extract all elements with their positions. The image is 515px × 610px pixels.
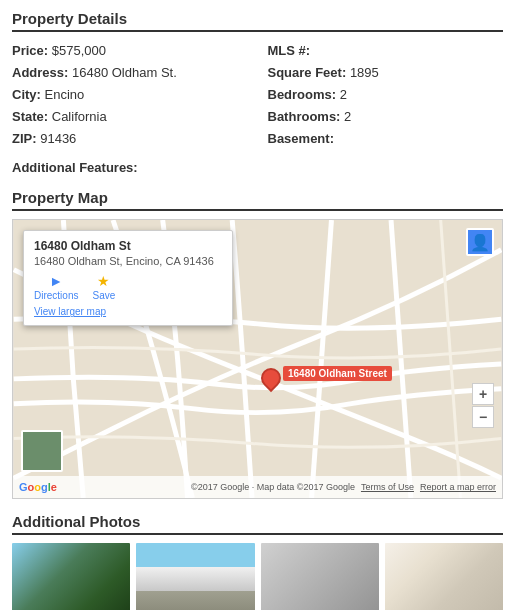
- bathrooms-label: Bathrooms:: [268, 109, 341, 124]
- map-pin: 16480 Oldham Street: [261, 368, 281, 388]
- sqft-value: 1895: [350, 65, 379, 80]
- state-label: State:: [12, 109, 48, 124]
- map-copyright: ©2017 Google · Map data ©2017 Google: [191, 482, 355, 492]
- directions-label: Directions: [34, 290, 78, 301]
- photo-thumbnail-2[interactable]: [136, 543, 254, 610]
- popup-actions: ► Directions ★ Save: [34, 273, 222, 301]
- popup-address: 16480 Oldham St, Encino, CA 91436: [34, 255, 222, 267]
- page-title: Property Details: [12, 10, 503, 32]
- photo-thumbnail-3[interactable]: [261, 543, 379, 610]
- map-footer-links: ©2017 Google · Map data ©2017 Google Ter…: [191, 482, 496, 492]
- photo-thumbnail-4[interactable]: [385, 543, 503, 610]
- sqft-label: Square Feet:: [268, 65, 347, 80]
- streetview-person-icon[interactable]: 👤: [466, 228, 494, 256]
- directions-link[interactable]: ► Directions: [34, 273, 78, 301]
- address-row: Address: 16480 Oldham St.: [12, 62, 248, 84]
- city-label: City:: [12, 87, 41, 102]
- save-icon: ★: [97, 273, 110, 289]
- map-container[interactable]: 16480 Oldham St 16480 Oldham St, Encino,…: [12, 219, 503, 499]
- additional-features-label: Additional Features:: [12, 160, 138, 175]
- sqft-row: Square Feet: 1895: [268, 62, 504, 84]
- city-value: Encino: [45, 87, 85, 102]
- bathrooms-value: 2: [344, 109, 351, 124]
- pin-dot: [257, 364, 285, 392]
- photos-section-title: Additional Photos: [12, 513, 503, 535]
- price-value: $575,000: [52, 43, 106, 58]
- save-link[interactable]: ★ Save: [92, 273, 115, 301]
- mls-label: MLS #:: [268, 43, 311, 58]
- map-section-title: Property Map: [12, 189, 503, 211]
- bedrooms-label: Bedrooms:: [268, 87, 337, 102]
- streetview-thumbnail[interactable]: [21, 430, 63, 472]
- photos-grid: [12, 543, 503, 610]
- bedrooms-value: 2: [340, 87, 347, 102]
- bathrooms-row: Bathrooms: 2: [268, 106, 504, 128]
- map-zoom-controls: + −: [472, 383, 494, 428]
- google-logo: Google: [19, 481, 57, 493]
- mls-row: MLS #:: [268, 40, 504, 62]
- zoom-in-button[interactable]: +: [472, 383, 494, 405]
- address-value: 16480 Oldham St.: [72, 65, 177, 80]
- map-info-window: 16480 Oldham St 16480 Oldham St, Encino,…: [23, 230, 233, 326]
- pin-label: 16480 Oldham Street: [283, 366, 392, 381]
- basement-label: Basement:: [268, 131, 334, 146]
- property-map-section: Property Map: [12, 189, 503, 499]
- view-larger-map-link[interactable]: View larger map: [34, 306, 106, 317]
- zip-row: ZIP: 91436: [12, 128, 248, 150]
- state-row: State: California: [12, 106, 248, 128]
- directions-icon: ►: [49, 273, 63, 289]
- property-details-left: Price: $575,000 Address: 16480 Oldham St…: [12, 40, 248, 150]
- city-row: City: Encino: [12, 84, 248, 106]
- price-label: Price:: [12, 43, 48, 58]
- address-label: Address:: [12, 65, 68, 80]
- report-map-error-link[interactable]: Report a map error: [420, 482, 496, 492]
- state-value: California: [52, 109, 107, 124]
- property-details-grid: Price: $575,000 Address: 16480 Oldham St…: [12, 40, 503, 150]
- additional-features: Additional Features:: [12, 160, 503, 175]
- price-row: Price: $575,000: [12, 40, 248, 62]
- save-label: Save: [92, 290, 115, 301]
- basement-row: Basement:: [268, 128, 504, 150]
- terms-of-use-link[interactable]: Terms of Use: [361, 482, 414, 492]
- zip-label: ZIP:: [12, 131, 37, 146]
- photo-thumbnail-1[interactable]: [12, 543, 130, 610]
- bedrooms-row: Bedrooms: 2: [268, 84, 504, 106]
- photos-section: Additional Photos: [12, 513, 503, 610]
- popup-title: 16480 Oldham St: [34, 239, 222, 253]
- zip-value: 91436: [40, 131, 76, 146]
- zoom-out-button[interactable]: −: [472, 406, 494, 428]
- property-details-right: MLS #: Square Feet: 1895 Bedrooms: 2 Bat…: [268, 40, 504, 150]
- map-footer: Google ©2017 Google · Map data ©2017 Goo…: [13, 476, 502, 498]
